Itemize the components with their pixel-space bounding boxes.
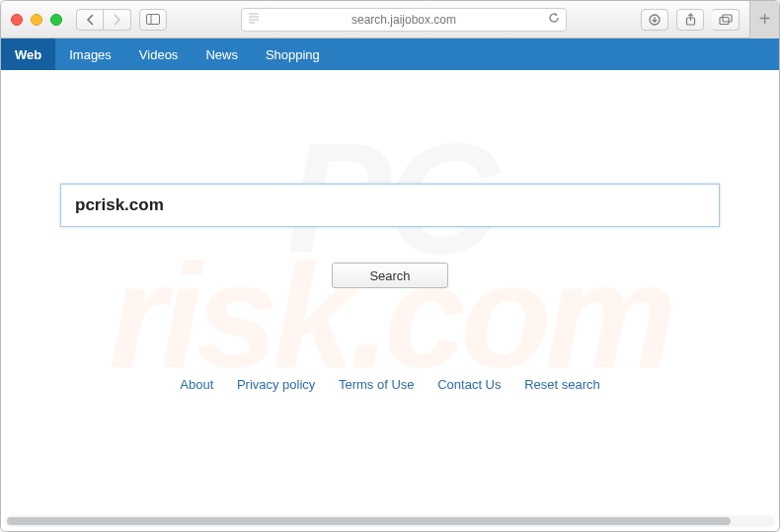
footer-links: About Privacy policy Terms of Use Contac… — [1, 377, 779, 392]
address-bar[interactable]: search.jaijobox.com — [241, 8, 567, 32]
search-button-row: Search — [60, 263, 720, 288]
nav-label: Web — [15, 47, 41, 62]
share-button[interactable] — [676, 9, 704, 31]
search-button[interactable]: Search — [332, 263, 448, 288]
category-nav: Web Images Videos News Shopping — [1, 38, 779, 70]
nav-label: Images — [69, 47, 112, 62]
minimize-window-button[interactable] — [31, 14, 42, 26]
footer-link-about[interactable]: About — [180, 377, 213, 392]
back-button[interactable] — [76, 9, 104, 31]
nav-tab-news[interactable]: News — [192, 38, 252, 70]
nav-buttons — [76, 9, 131, 31]
svg-rect-0 — [147, 15, 160, 25]
nav-tab-videos[interactable]: Videos — [125, 38, 193, 70]
nav-label: News — [205, 47, 238, 62]
footer-link-reset[interactable]: Reset search — [524, 377, 600, 392]
nav-tab-images[interactable]: Images — [55, 38, 125, 70]
nav-label: Videos — [139, 47, 179, 62]
scrollbar-thumb[interactable] — [7, 517, 731, 525]
reload-icon[interactable] — [548, 12, 560, 27]
toolbar-right — [641, 9, 740, 31]
forward-button[interactable] — [104, 9, 131, 31]
sidebar-button[interactable] — [139, 9, 167, 31]
footer-link-privacy[interactable]: Privacy policy — [237, 377, 315, 392]
titlebar: search.jaijobox.com + — [1, 1, 779, 38]
new-tab-button[interactable]: + — [749, 1, 779, 38]
downloads-button[interactable] — [641, 9, 668, 31]
nav-tab-shopping[interactable]: Shopping — [252, 38, 334, 70]
page-content: Web Images Videos News Shopping PC risk.… — [1, 38, 779, 531]
window-controls — [11, 14, 62, 26]
footer-link-contact[interactable]: Contact Us — [437, 377, 501, 392]
url-text: search.jaijobox.com — [351, 13, 456, 27]
svg-rect-8 — [720, 17, 729, 24]
footer-link-terms[interactable]: Terms of Use — [339, 377, 415, 392]
search-input[interactable] — [60, 184, 720, 227]
maximize-window-button[interactable] — [50, 14, 62, 26]
close-window-button[interactable] — [11, 14, 23, 26]
tabs-button[interactable] — [712, 9, 740, 31]
search-area: Search — [1, 184, 779, 288]
nav-tab-web[interactable]: Web — [1, 38, 55, 70]
svg-rect-9 — [723, 15, 732, 22]
address-bar-wrap: search.jaijobox.com — [175, 8, 633, 32]
horizontal-scrollbar[interactable] — [5, 515, 775, 527]
nav-label: Shopping — [266, 47, 320, 62]
safari-window: search.jaijobox.com + Web Images Videos — [0, 0, 780, 532]
reader-icon — [248, 13, 260, 27]
